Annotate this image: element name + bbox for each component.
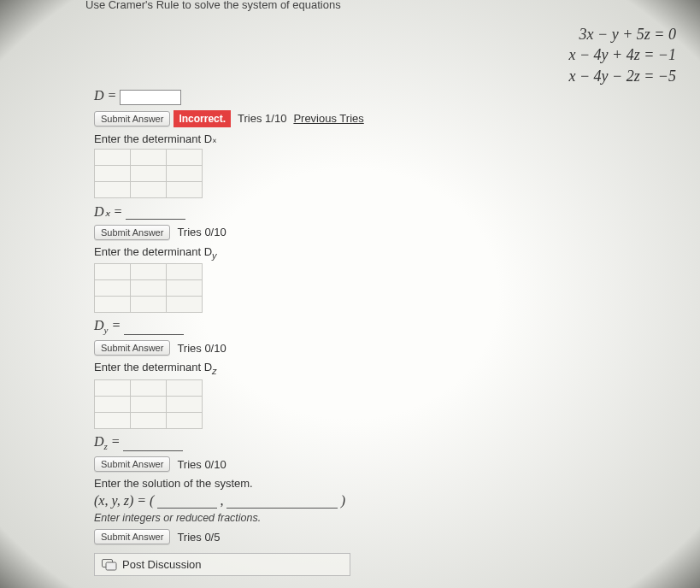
discussion-icon <box>102 559 117 571</box>
d-label: D = <box>94 88 116 103</box>
submit-dy-button[interactable]: Submit Answer <box>94 340 170 356</box>
post-discussion-label: Post Discussion <box>122 558 201 571</box>
submit-solution-button[interactable]: Submit Answer <box>94 529 170 544</box>
dx-answer-label: Dₓ = <box>94 204 122 219</box>
dy-matrix[interactable] <box>94 263 203 313</box>
dx-instruction: Enter the determinant Dₓ <box>94 132 700 145</box>
solution-tuple: (x, y, z) = ( , ) <box>94 493 700 509</box>
system-of-equations: 3x − y + 5z = 0 x − 4y + 4z = −1 x − 4y … <box>568 24 676 86</box>
equation-2: x − 4y + 4z = −1 <box>568 44 676 65</box>
dz-instruction: Enter the determinant Dz <box>94 361 700 376</box>
submit-dz-button[interactable]: Submit Answer <box>94 456 170 472</box>
svg-rect-1 <box>106 562 116 570</box>
equation-1: 3x − y + 5z = 0 <box>568 24 676 44</box>
previous-tries-link[interactable]: Previous Tries <box>293 112 363 125</box>
dy-instruction: Enter the determinant Dy <box>94 245 700 261</box>
dy-answer-label: Dy = <box>94 318 121 332</box>
dx-answer-input[interactable] <box>126 208 185 220</box>
dz-tries: Tries 0/10 <box>177 458 226 471</box>
solution-tries: Tries 0/5 <box>177 531 220 544</box>
dz-matrix[interactable] <box>94 379 203 429</box>
post-discussion-bar[interactable]: Post Discussion <box>94 553 350 576</box>
dx-tries: Tries 0/10 <box>177 226 226 238</box>
dx-matrix[interactable] <box>94 149 203 198</box>
dy-answer-input[interactable] <box>124 323 184 335</box>
solution-hint: Enter integers or reduced fractions. <box>94 512 700 524</box>
d-input[interactable] <box>120 90 181 105</box>
solution-x-input[interactable] <box>157 497 217 509</box>
dy-tries: Tries 0/10 <box>177 342 226 355</box>
dz-answer-label: Dz = <box>94 434 121 449</box>
solution-yz-input[interactable] <box>226 497 338 509</box>
dz-answer-input[interactable] <box>123 439 183 451</box>
submit-dx-button[interactable]: Submit Answer <box>94 225 170 240</box>
page-title: Use Cramer's Rule to solve the system of… <box>85 0 700 11</box>
d-tries: Tries 1/10 <box>238 112 286 125</box>
submit-d-button[interactable]: Submit Answer <box>94 111 170 126</box>
solution-instruction: Enter the solution of the system. <box>94 477 700 490</box>
equation-3: x − 4y − 2z = −5 <box>568 66 676 86</box>
incorrect-badge: Incorrect. <box>174 110 231 127</box>
